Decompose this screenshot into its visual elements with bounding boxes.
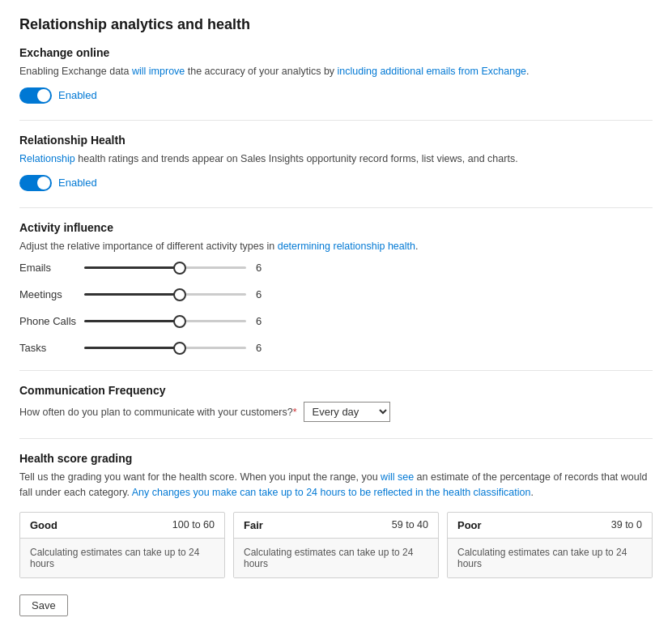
emails-slider-row: Emails 6 — [19, 262, 653, 274]
emails-slider[interactable] — [84, 266, 246, 269]
relationship-health-description: Relationship health ratings and trends a… — [19, 151, 653, 167]
divider-4 — [19, 438, 653, 439]
tasks-label: Tasks — [19, 342, 84, 354]
health-score-grading-section: Health score grading Tell us the grading… — [19, 452, 653, 578]
save-button[interactable]: Save — [19, 594, 68, 616]
grade-fair-range: 59 to 40 — [392, 519, 428, 530]
tasks-value: 6 — [256, 342, 266, 354]
meetings-slider[interactable] — [84, 293, 246, 296]
exchange-online-description: Enabling Exchange data will improve the … — [19, 64, 653, 79]
meetings-slider-row: Meetings 6 — [19, 288, 653, 300]
grade-poor-title: Poor — [457, 519, 482, 531]
relationship-health-toggle-row: Enabled — [19, 175, 653, 191]
grade-poor-range: 39 to 0 — [611, 519, 642, 530]
divider-1 — [19, 120, 653, 121]
meetings-label: Meetings — [19, 288, 84, 300]
relationship-health-toggle[interactable] — [19, 175, 52, 191]
tasks-slider[interactable] — [84, 347, 246, 349]
relationship-health-heading: Relationship Health — [19, 134, 653, 147]
divider-3 — [19, 370, 653, 371]
emails-label: Emails — [19, 262, 84, 274]
meetings-value: 6 — [256, 288, 266, 300]
activity-influence-heading: Activity influence — [19, 221, 653, 234]
relationship-link[interactable]: Relationship — [19, 153, 75, 164]
grade-card-poor-header: Poor 39 to 0 — [448, 513, 652, 539]
communication-frequency-label: How often do you plan to communicate wit… — [19, 407, 297, 418]
emails-value: 6 — [256, 262, 266, 274]
grade-card-poor: Poor 39 to 0 Calculating estimates can t… — [447, 512, 653, 578]
communication-frequency-select[interactable]: Every day Every week Every month — [304, 402, 390, 422]
determining-health-link[interactable]: determining relationship health — [278, 241, 415, 252]
grade-fair-title: Fair — [244, 519, 263, 531]
grade-card-fair: Fair 59 to 40 Calculating estimates can … — [233, 512, 439, 578]
communication-frequency-section: Communication Frequency How often do you… — [19, 384, 653, 422]
activity-influence-description: Adjust the relative importance of differ… — [19, 239, 653, 254]
health-score-grading-description: Tell us the grading you want for the hea… — [19, 470, 653, 501]
activity-influence-section: Activity influence Adjust the relative i… — [19, 221, 653, 355]
phone-calls-label: Phone Calls — [19, 315, 84, 327]
any-changes-link: Any changes you make can take up to 24 h… — [132, 487, 531, 498]
exchange-emails-link[interactable]: including additional emails from Exchang… — [338, 66, 526, 77]
exchange-online-heading: Exchange online — [19, 46, 653, 59]
exchange-toggle-row: Enabled — [19, 87, 653, 104]
phone-calls-slider[interactable] — [84, 320, 246, 322]
exchange-toggle[interactable] — [19, 87, 52, 104]
phone-calls-value: 6 — [256, 315, 266, 327]
health-score-grading-heading: Health score grading — [19, 452, 653, 465]
required-star: * — [293, 407, 297, 418]
exchange-improve-link[interactable]: will improve — [132, 66, 185, 77]
grade-fair-body: Calculating estimates can take up to 24 … — [234, 539, 438, 577]
grade-good-title: Good — [30, 519, 57, 531]
grade-good-range: 100 to 60 — [172, 519, 215, 530]
communication-frequency-row: How often do you plan to communicate wit… — [19, 402, 653, 422]
grade-poor-body: Calculating estimates can take up to 24 … — [448, 539, 652, 577]
tasks-slider-row: Tasks 6 — [19, 342, 653, 354]
communication-frequency-heading: Communication Frequency — [19, 384, 653, 397]
grade-card-good-header: Good 100 to 60 — [20, 513, 224, 539]
exchange-toggle-label: Enabled — [58, 89, 97, 101]
relationship-health-section: Relationship Health Relationship health … — [19, 134, 653, 191]
exchange-online-section: Exchange online Enabling Exchange data w… — [19, 46, 653, 104]
page-title: Relationship analytics and health — [19, 16, 653, 33]
relationship-health-toggle-label: Enabled — [58, 177, 97, 189]
grade-good-body: Calculating estimates can take up to 24 … — [20, 539, 224, 577]
grade-card-fair-header: Fair 59 to 40 — [234, 513, 438, 539]
grade-cards: Good 100 to 60 Calculating estimates can… — [19, 512, 653, 578]
phone-calls-slider-row: Phone Calls 6 — [19, 315, 653, 327]
will-see-link: will see — [381, 471, 414, 483]
grade-card-good: Good 100 to 60 Calculating estimates can… — [19, 512, 225, 578]
divider-2 — [19, 207, 653, 208]
